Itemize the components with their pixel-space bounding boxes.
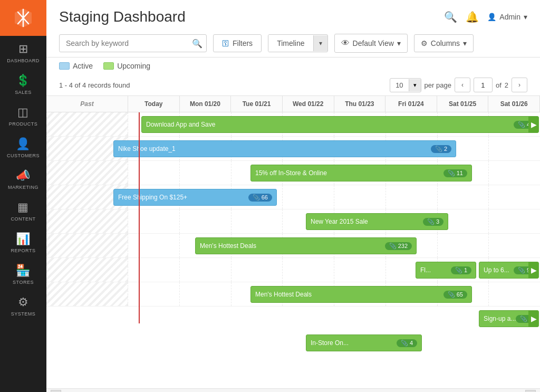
per-page-select[interactable]: 10 ▾ [390, 78, 421, 92]
event-label: Download App and Save [146, 121, 215, 128]
sidebar-item-stores[interactable]: 🏪 STORES [0, 257, 46, 289]
stores-icon: 🏪 [16, 264, 31, 278]
dashboard-icon: ⊞ [18, 42, 28, 56]
event-label: 15% off In-Store & Online [255, 169, 327, 177]
grid-cell [283, 258, 334, 282]
sidebar-item-marketing[interactable]: 📣 MARKETING [0, 162, 46, 194]
sidebar-item-products[interactable]: ◫ PRODUCTS [0, 99, 46, 131]
sidebar-item-label: SALES [15, 90, 32, 95]
event-badge: 📎 3 [423, 218, 443, 226]
grid-cell [489, 137, 540, 160]
timeline-caret-icon[interactable]: ▾ [313, 35, 327, 51]
admin-menu[interactable]: 👤 Admin ▾ [487, 13, 527, 21]
admin-label: Admin [499, 13, 520, 21]
grid-cell-past [46, 234, 128, 257]
grid-cell [128, 161, 180, 185]
sidebar-item-label: MARKETING [8, 185, 38, 190]
search-box: 🔍 [59, 34, 207, 52]
timeline-label[interactable]: Timeline [268, 35, 313, 52]
sidebar-item-customers[interactable]: 👤 CUSTOMERS [0, 131, 46, 162]
event-arrow: ▶ [528, 117, 539, 132]
col-header-sat25: Sat 01/25 [437, 96, 489, 112]
grid-cell-past [46, 112, 128, 136]
paperclip-icon: 📎 [520, 315, 527, 322]
event-new-year[interactable]: New Year 2015 Sale 📎 3 [306, 213, 448, 230]
default-view-button[interactable]: 👁 Default View ▾ [334, 34, 408, 53]
timeline-header: Past Today Mon 01/20 Tue 01/21 Wed 01/22… [46, 96, 540, 112]
grid-cell [438, 185, 489, 209]
event-mens-hottest-1[interactable]: Men's Hottest Deals 📎 232 [195, 237, 417, 254]
col-header-mon: Mon 01/20 [180, 96, 232, 112]
logo[interactable] [0, 0, 46, 36]
event-badge: 📎 66 [248, 194, 272, 202]
sidebar-item-sales[interactable]: 💲 SALES [0, 68, 46, 99]
per-page-value: 10 [390, 79, 408, 92]
col-header-past: Past [46, 96, 128, 112]
grid-cell [128, 282, 180, 306]
event-in-store[interactable]: In-Store On... 📎 4 [306, 334, 422, 351]
upcoming-legend-box [103, 62, 114, 70]
col-header-today: Today [128, 96, 180, 112]
paperclip-icon: 📎 [518, 121, 525, 128]
scroll-left-button[interactable]: ‹ [51, 390, 61, 393]
sidebar-item-label: CUSTOMERS [7, 153, 40, 158]
grid-row-5 [46, 209, 540, 234]
next-page-button[interactable]: › [512, 78, 527, 92]
search-submit-icon[interactable]: 🔍 [192, 39, 202, 49]
paperclip-icon: 📎 [448, 170, 455, 177]
sidebar-item-content[interactable]: ▦ CONTENT [0, 194, 46, 226]
event-fl[interactable]: Fl... 📎 1 [416, 262, 476, 279]
grid-cell [438, 234, 489, 257]
event-free-shipping[interactable]: Free Shipping On $125+ 📎 66 [113, 189, 277, 206]
event-download-app[interactable]: Download App and Save 📎 4 ▶ [141, 116, 539, 133]
filters-label: Filters [233, 39, 253, 47]
search-input[interactable] [59, 34, 207, 52]
timeline-grid: Download App and Save 📎 4 ▶ Nike Shoe up… [46, 112, 540, 323]
sidebar-item-label: DASHBOARD [7, 58, 40, 63]
grid-cell [334, 185, 386, 209]
scroll-right-button[interactable]: › [525, 390, 536, 393]
prev-page-button[interactable]: ‹ [455, 78, 470, 92]
event-label: Men's Hottest Deals [200, 242, 256, 250]
sidebar-item-dashboard[interactable]: ⊞ DASHBOARD [0, 36, 46, 68]
event-signup[interactable]: Sign-up a... 📎 4 ▶ [479, 310, 539, 327]
badge-count: 232 [398, 243, 408, 249]
bell-icon[interactable]: 🔔 [466, 11, 479, 23]
event-mens-hottest-2[interactable]: Men's Hottest Deals 📎 65 [250, 286, 472, 303]
search-icon[interactable]: 🔍 [444, 11, 457, 23]
paperclip-icon: 📎 [253, 194, 260, 201]
event-nike-shoe[interactable]: Nike Shoe update_1 📎 2 [113, 140, 456, 157]
event-label: Men's Hottest Deals [255, 291, 312, 298]
col-header-wed: Wed 01/22 [283, 96, 334, 112]
legend-upcoming: Upcoming [103, 62, 150, 70]
event-badge: 📎 4 [397, 339, 417, 347]
page-number-input[interactable] [474, 78, 493, 92]
admin-icon: 👤 [487, 13, 496, 21]
paperclip-icon: 📎 [389, 243, 397, 250]
timeline-body: Download App and Save 📎 4 ▶ Nike Shoe up… [46, 112, 540, 388]
columns-button[interactable]: ⚙ Columns ▾ [414, 34, 474, 52]
event-label: Sign-up a... [484, 315, 516, 322]
timeline-selector: Timeline ▾ [268, 34, 327, 52]
view-caret-icon: ▾ [397, 39, 401, 47]
event-up-to-6[interactable]: Up to 6... 📎 9 ▶ [479, 262, 539, 279]
columns-label: Columns [431, 39, 460, 47]
sidebar-item-reports[interactable]: 📊 REPORTS [0, 226, 46, 257]
event-label: In-Store On... [311, 339, 349, 347]
badge-count: 3 [436, 218, 439, 225]
grid-cell [180, 282, 232, 306]
grid-cell [180, 161, 232, 185]
filters-button[interactable]: ⚿ Filters [213, 34, 262, 52]
event-arrow: ▶ [528, 311, 539, 327]
page-title: Staging Dashboard [59, 8, 186, 25]
header-actions: 🔍 🔔 👤 Admin ▾ [444, 11, 527, 23]
grid-cell [232, 258, 283, 282]
sidebar-item-systems[interactable]: ⚙ SYSTEMS [0, 289, 46, 321]
per-page-caret-icon[interactable]: ▾ [409, 79, 421, 91]
header: Staging Dashboard 🔍 🔔 👤 Admin ▾ [46, 0, 540, 30]
grid-cell [232, 209, 283, 233]
records-bar: 1 - 4 of 4 records found 10 ▾ per page ‹… [46, 74, 540, 95]
event-15off[interactable]: 15% off In-Store & Online 📎 11 [250, 165, 472, 181]
upcoming-label: Upcoming [117, 62, 150, 70]
content-icon: ▦ [17, 200, 29, 214]
